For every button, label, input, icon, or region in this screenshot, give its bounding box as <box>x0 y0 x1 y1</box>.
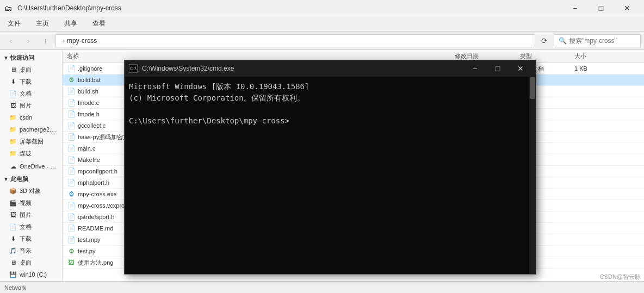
sidebar-item-pictures[interactable]: 🖼 图片 <box>0 99 62 111</box>
sidebar-item-label: 桌面 <box>20 66 32 74</box>
file-name: .gitignore <box>78 65 102 72</box>
up-button[interactable]: ↑ <box>38 34 53 48</box>
file-size: 1 KB <box>574 65 618 72</box>
sidebar-item-desktop[interactable]: 🖥 桌面 <box>0 64 62 76</box>
desktop2-icon: 🖥 <box>9 258 17 267</box>
file-name: Makefile <box>78 157 100 163</box>
status-bar: Network <box>0 281 644 293</box>
title-bar-path: C:\Users\further\Desktop\mpy-cross <box>17 4 562 12</box>
file-name: README.md <box>78 225 113 232</box>
downloads-icon: ⬇ <box>9 77 17 86</box>
refresh-button[interactable]: ⟳ <box>537 34 552 47</box>
sidebar-item-music[interactable]: 🎵 音乐 <box>0 245 62 257</box>
folder-icon: 📁 <box>9 113 17 122</box>
maximize-button[interactable]: □ <box>589 0 614 16</box>
file-icon-img: 📄 <box>67 64 76 73</box>
cmd-scroll-thumb[interactable] <box>530 77 535 99</box>
sidebar-item-label: 3D 对象 <box>20 187 41 195</box>
videos-icon: 🎬 <box>9 198 17 207</box>
sidebar-item-drive-e[interactable]: 💾 软件 (E:) <box>0 280 62 281</box>
file-icon-img: 📄 <box>67 235 76 244</box>
sidebar-item-onedrive[interactable]: ☁ OneDrive - Persc <box>0 160 62 172</box>
ribbon-tab-share[interactable]: 共享 <box>60 17 82 30</box>
cmd-minimize-button[interactable]: − <box>464 61 486 76</box>
sidebar-thispc-header[interactable]: ▼ 此电脑 <box>0 173 62 185</box>
desktop-icon: 🖥 <box>9 65 17 74</box>
ribbon-tab-file[interactable]: 文件 <box>3 17 25 30</box>
file-icon-img: 📄 <box>67 144 76 153</box>
sidebar-item-label: win10 (C:) <box>20 271 47 278</box>
search-box[interactable]: 🔍 <box>554 34 641 47</box>
ribbon-tab-home[interactable]: 主页 <box>32 17 53 30</box>
sidebar-item-meibo[interactable]: 📁 煤玻 <box>0 147 62 159</box>
documents-icon: 📄 <box>9 222 17 231</box>
file-name: build.sh <box>78 88 98 95</box>
sidebar-item-downloads[interactable]: ⬇ 下载 <box>0 76 62 88</box>
sidebar-item-videos[interactable]: 🎬 视频 <box>0 197 62 209</box>
sidebar-item-screenshot[interactable]: 📁 屏幕截图 <box>0 135 62 147</box>
sidebar: ▼ 快速访问 🖥 桌面 ⬇ 下载 📄 文档 🖼 图片 📁 csdn <box>0 50 63 281</box>
3d-icon: 📦 <box>9 186 17 195</box>
cmd-close-button[interactable]: ✕ <box>510 61 531 76</box>
sidebar-quickaccess-header[interactable]: ▼ 快速访问 <box>0 52 62 64</box>
quickaccess-label: 快速访问 <box>10 54 34 62</box>
folder-icon: 📁 <box>9 149 17 158</box>
file-name: build.bat <box>78 77 101 83</box>
forward-button[interactable]: › <box>21 34 36 48</box>
file-icon-img: 📄 <box>67 110 76 119</box>
sidebar-item-win10[interactable]: 💾 win10 (C:) <box>0 269 62 280</box>
search-input[interactable] <box>569 37 636 45</box>
file-icon-img: 📄 <box>67 98 76 107</box>
sidebar-item-pacmerge[interactable]: 📁 pacmerge2.21- <box>0 123 62 135</box>
header-date[interactable]: 修改日期 <box>455 52 520 60</box>
file-icon-img: 📄 <box>67 167 76 176</box>
file-icon-img: 🖼 <box>67 258 76 267</box>
file-icon-img: ⚙ <box>67 190 76 198</box>
title-bar-app-icons: 🗂 <box>4 4 13 13</box>
header-size[interactable]: 大小 <box>574 52 618 60</box>
sidebar-item-label: pacmerge2.21- <box>20 126 59 133</box>
address-path[interactable]: › mpy-cross <box>55 34 535 47</box>
sidebar-item-3dobjects[interactable]: 📦 3D 对象 <box>0 185 62 197</box>
sidebar-item-label: 下载 <box>20 235 32 243</box>
file-icon-img: ⚙ <box>67 76 76 84</box>
file-name: mpconfigport.h <box>78 168 117 174</box>
file-icon-img: 📄 <box>67 224 76 233</box>
sidebar-item-dsk[interactable]: 🖥 桌面 <box>0 257 62 269</box>
sidebar-item-csdn[interactable]: 📁 csdn <box>0 111 62 123</box>
cmd-title-text: C:\Windows\System32\cmd.exe <box>142 65 464 72</box>
close-button[interactable]: ✕ <box>615 0 640 16</box>
ribbon-tab-view[interactable]: 查看 <box>88 17 110 30</box>
thispc-label: 此电脑 <box>10 175 28 183</box>
cmd-app-icon: C:\ <box>129 64 138 73</box>
status-text: Network <box>4 284 26 291</box>
sidebar-item-label: 音乐 <box>20 247 32 255</box>
file-icon-img: ⚙ <box>67 247 76 255</box>
dl-icon: ⬇ <box>9 234 17 243</box>
file-name: test.mpy <box>78 236 101 243</box>
header-type[interactable]: 类型 <box>520 52 574 60</box>
thispc-arrow: ▼ <box>3 176 9 182</box>
sidebar-item-label: 桌面 <box>20 259 32 267</box>
file-icon-img: 📄 <box>67 213 76 221</box>
docs-icon: 📄 <box>9 89 17 98</box>
breadcrumb-current: mpy-cross <box>67 37 97 45</box>
breadcrumb-arrow: › <box>63 37 65 45</box>
drive-c-icon: 💾 <box>9 270 17 279</box>
sidebar-item-pics[interactable]: 🖼 图片 <box>0 209 62 221</box>
minimize-button[interactable]: − <box>562 0 587 16</box>
file-name: fmode.c <box>78 99 99 106</box>
file-name: main.c <box>78 145 95 152</box>
cmd-scrollbar[interactable] <box>529 77 536 274</box>
file-name: fmode.h <box>78 111 100 117</box>
title-bar: 🗂 C:\Users\further\Desktop\mpy-cross − □… <box>0 0 644 16</box>
sidebar-item-docs[interactable]: 📄 文档 <box>0 88 62 99</box>
sidebar-item-dl[interactable]: ⬇ 下载 <box>0 233 62 245</box>
header-name[interactable]: 名称 <box>67 52 455 60</box>
sidebar-item-label: OneDrive - Persc <box>20 163 59 170</box>
back-button[interactable]: ‹ <box>3 34 18 48</box>
sidebar-section-quickaccess: ▼ 快速访问 🖥 桌面 ⬇ 下载 📄 文档 🖼 图片 📁 csdn <box>0 52 62 159</box>
sidebar-item-documents[interactable]: 📄 文档 <box>0 221 62 233</box>
cmd-maximize-button[interactable]: □ <box>487 61 509 76</box>
sidebar-item-label: 视频 <box>20 199 32 207</box>
